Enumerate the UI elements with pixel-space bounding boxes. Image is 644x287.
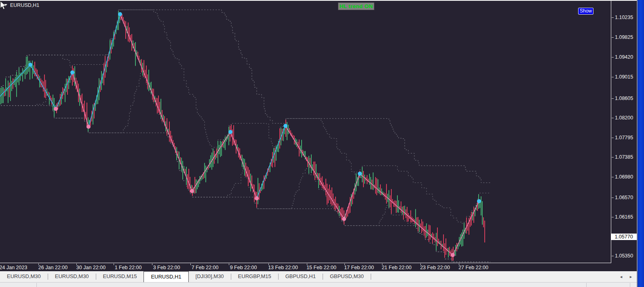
chart-tab-eurusd-m30[interactable]: EURUSD,M30 (0, 271, 48, 282)
channel-upper-line (1, 10, 490, 183)
time-tick-label: 1 Feb 22:00 (115, 265, 142, 270)
time-tick-label: 15 Feb 22:00 (306, 265, 336, 270)
status-divider (36, 283, 37, 287)
time-tick-label: 30 Jan 22:00 (76, 265, 106, 270)
time-tick-label: 13 Feb 22:00 (268, 265, 298, 270)
time-tick-label: 9 Feb 22:00 (230, 265, 257, 270)
tab-scroll-right-icon[interactable]: ► (629, 271, 633, 282)
symbol-timeframe-text: EURUSD,H1 (10, 2, 39, 8)
zigzag-segment (56, 72, 72, 109)
swing-low-dot (190, 189, 194, 193)
time-tick-mark (229, 264, 229, 265)
price-tick-label: 1.09825 (615, 34, 633, 40)
price-tick-label: 1.06165 (615, 214, 633, 220)
zigzag-segment (360, 174, 453, 255)
swing-high-dot (358, 172, 362, 176)
hl-trend-indicator-badge[interactable]: HL trend ON (338, 2, 374, 10)
chart-tab-bar: EURUSD,M30EURUSD,M30EURUSD,M15EURUSD,H1[… (0, 271, 638, 282)
zigzag-segment (344, 174, 360, 219)
zigzag-segment (0, 65, 30, 96)
price-tick-mark (612, 118, 614, 118)
time-tick-mark (152, 264, 152, 265)
channel-lower-line (1, 106, 490, 262)
chart-tab-eurgbp-m15[interactable]: EURGBP,M15 (231, 271, 278, 282)
status-divider (586, 283, 587, 287)
price-tick-mark (612, 17, 614, 18)
time-tick-mark (190, 264, 191, 265)
swing-high-dot (228, 130, 232, 134)
mouse-cursor-icon (0, 1, 6, 11)
chart-tab--dji30-m30[interactable]: [DJI30],M30 (189, 271, 231, 282)
chart-tab-eurusd-m30[interactable]: EURUSD,M30 (48, 271, 96, 282)
time-tick-label: 3 Feb 22:00 (153, 265, 180, 270)
price-axis[interactable]: 1.102351.098251.094201.090151.086051.082… (612, 1, 638, 263)
swing-low-dot (451, 253, 455, 257)
swing-high-dot (477, 199, 481, 203)
zigzag-segment (72, 72, 89, 127)
price-tick-mark (612, 217, 614, 217)
swing-low-dot (342, 217, 346, 221)
price-tick-mark (612, 177, 614, 177)
chart-tab-gbpusd-m30[interactable]: GBPUSD,M30 (323, 271, 371, 282)
price-tick-label: 1.09420 (615, 54, 633, 60)
time-tick-label: 17 Feb 22:00 (344, 265, 374, 270)
channel-upper-line (1, 10, 490, 223)
swing-high-dot (70, 70, 74, 74)
zigzag-segment (192, 132, 230, 191)
price-tick-mark (612, 198, 614, 198)
current-price-box: 1.05770 (611, 234, 637, 240)
zigzag-segment (285, 126, 344, 219)
price-tick-label: 1.08200 (615, 115, 633, 121)
price-tick-label: 1.07795 (615, 135, 633, 140)
price-tick-label: 1.09015 (615, 74, 633, 80)
status-divider (630, 283, 630, 287)
time-tick-label: 21 Feb 22:00 (382, 265, 412, 270)
time-tick-label: 23 Feb 22:00 (420, 265, 450, 270)
time-tick-label: 7 Feb 22:00 (192, 265, 219, 270)
time-tick-label: 26 Jan 22:00 (38, 265, 68, 270)
swing-high-dot (118, 12, 122, 16)
zigzag-segment (453, 201, 479, 255)
price-tick-mark (612, 98, 614, 99)
chart-tab-eurusd-h1[interactable]: EURUSD,H1 (144, 271, 188, 282)
swing-high-dot (28, 63, 32, 67)
price-tick-label: 1.06980 (615, 174, 633, 180)
chart-plot-area[interactable]: EURUSD,H1 HL trend ON Show (0, 1, 611, 263)
swing-high-dot (283, 124, 287, 128)
price-tick-label: 1.10235 (615, 15, 633, 20)
metatrader-screen: EURUSD,H1 HL trend ON Show 1.102351.0982… (0, 0, 644, 287)
time-axis[interactable]: 24 Jan 202326 Jan 22:0030 Jan 22:001 Feb… (0, 264, 638, 271)
price-tick-label: 1.06570 (615, 195, 633, 200)
tab-separator (371, 274, 371, 280)
price-tick-label: 1.05350 (615, 253, 633, 259)
time-tick-label: 27 Feb 22:00 (458, 265, 488, 270)
zigzag-segment (120, 14, 192, 191)
tab-scroll-left-icon[interactable]: ◄ (619, 271, 623, 282)
price-tick-mark (612, 157, 614, 157)
zigzag-segment (230, 132, 257, 198)
chart-tab-eurusd-m15[interactable]: EURUSD,M15 (96, 271, 144, 282)
time-tick-label: 24 Jan 2023 (0, 265, 27, 270)
price-tick-mark (612, 57, 614, 57)
swing-low-dot (255, 196, 259, 200)
show-button[interactable]: Show (578, 8, 593, 15)
zigzag-segment (257, 126, 285, 198)
desktop-background-strip (638, 0, 644, 287)
chart-window: EURUSD,H1 HL trend ON Show 1.102351.0982… (0, 0, 638, 270)
price-tick-mark (612, 138, 614, 138)
swing-low-dot (87, 125, 91, 129)
zigzag-segment (89, 14, 120, 127)
price-tick-label: 1.07385 (615, 154, 633, 160)
chart-tab-gbpusd-h1[interactable]: GBPUSD,H1 (279, 271, 323, 282)
price-tick-label: 1.08605 (615, 96, 633, 101)
price-tick-mark (612, 77, 614, 77)
price-chart[interactable] (0, 1, 611, 263)
price-tick-mark (612, 37, 614, 38)
chart-symbol-label: EURUSD,H1 (3, 2, 39, 8)
price-tick-mark (612, 256, 614, 256)
time-tick-mark (114, 264, 114, 265)
swing-low-dot (54, 107, 58, 111)
status-bar (0, 282, 638, 287)
